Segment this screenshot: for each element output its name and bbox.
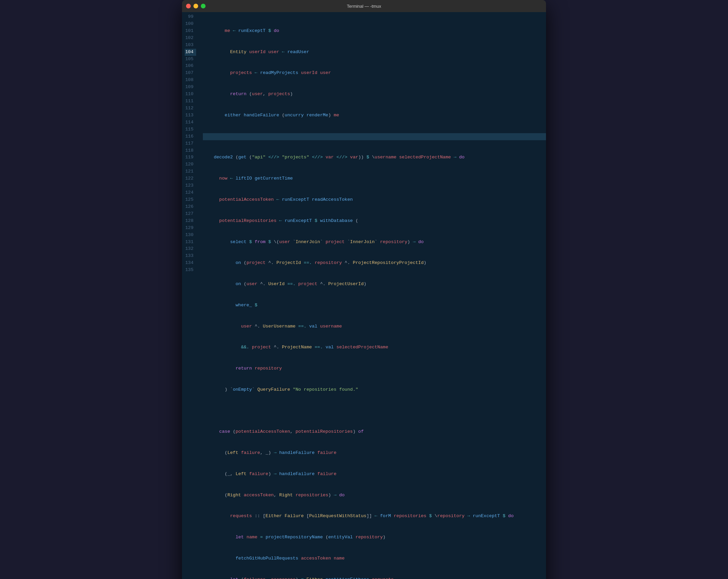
line-114: &&. project ^. ProjectName ==. val selec… — [203, 344, 546, 351]
line-num-102: 102 — [185, 35, 196, 42]
line-116: ) `onEmpty` QueryFailure "No repositorie… — [203, 386, 546, 393]
line-num-124: 124 — [185, 189, 196, 196]
line-num-110: 110 — [185, 91, 196, 98]
line-123: let name = projectRepositoryName (entity… — [203, 534, 546, 541]
line-num-119: 119 — [185, 154, 196, 161]
line-112: where_ $ — [203, 302, 546, 309]
line-num-131: 131 — [185, 239, 196, 246]
line-107: potentialAccessToken ← runExceptT readAc… — [203, 196, 546, 203]
close-button[interactable] — [186, 4, 191, 8]
line-num-105: 105 — [185, 56, 196, 63]
line-num-103: 103 — [185, 42, 196, 49]
window-title: Terminal — -tmux — [347, 4, 381, 9]
line-num-129: 129 — [185, 225, 196, 232]
editor-area[interactable]: 99 100 101 102 103 104 105 106 107 108 1… — [182, 12, 546, 579]
line-117 — [203, 408, 546, 415]
line-121: (Right accessToken, Right repositories) … — [203, 492, 546, 499]
line-103: either handleFailure (uncurry renderMe) … — [203, 112, 546, 119]
line-102: return (user, projects) — [203, 91, 546, 98]
line-119: (Left failure, _) → handleFailure failur… — [203, 449, 546, 457]
line-108: potentialRepositories ← runExceptT $ wit… — [203, 218, 546, 225]
line-num-117: 117 — [185, 140, 196, 147]
line-num-113: 113 — [185, 112, 196, 119]
line-num-108: 108 — [185, 77, 196, 84]
line-num-104: 104 — [185, 49, 196, 56]
line-num-127: 127 — [185, 211, 196, 218]
line-118: case (potentialAccessToken, potentialRep… — [203, 429, 546, 435]
line-num-123: 123 — [185, 182, 196, 189]
line-num-112: 112 — [185, 105, 196, 112]
maximize-button[interactable] — [201, 4, 206, 8]
line-105: decode2 (get ("api" <//> "projects" <//>… — [203, 154, 546, 161]
line-num-109: 109 — [185, 84, 196, 91]
line-num-120: 120 — [185, 161, 196, 168]
line-num-99: 99 — [185, 13, 196, 21]
line-122: requests :: [Either Failure [PullRequest… — [203, 513, 546, 520]
line-num-135: 135 — [185, 267, 196, 274]
line-num-100: 100 — [185, 21, 196, 28]
line-num-107: 107 — [185, 70, 196, 77]
line-num-133: 133 — [185, 252, 196, 259]
line-num-106: 106 — [185, 62, 196, 70]
line-num-125: 125 — [185, 196, 196, 203]
line-99: me ← runExceptT $ do — [203, 28, 546, 35]
line-num-122: 122 — [185, 175, 196, 182]
line-125: let (failures, responses) = Either.parti… — [203, 576, 546, 579]
terminal-window: Terminal — -tmux 99 100 101 102 103 104 … — [182, 0, 546, 579]
line-111: on (user ^. UserId ==. project ^. Projec… — [203, 281, 546, 288]
line-num-101: 101 — [185, 28, 196, 35]
line-115: return repository — [203, 365, 546, 372]
line-num-126: 126 — [185, 203, 196, 211]
code-lines: me ← runExceptT $ do Entity userId user … — [199, 12, 546, 579]
minimize-button[interactable] — [193, 4, 198, 8]
line-num-118: 118 — [185, 147, 196, 154]
line-num-121: 121 — [185, 168, 196, 175]
line-num-132: 132 — [185, 245, 196, 252]
line-num-128: 128 — [185, 218, 196, 225]
line-101: projects ← readMyProjects userId user — [203, 70, 546, 77]
line-100: Entity userId user ← readUser — [203, 49, 546, 56]
line-num-130: 130 — [185, 232, 196, 239]
line-num-116: 116 — [185, 133, 196, 140]
line-110: on (project ^. ProjectId ==. repository … — [203, 259, 546, 267]
line-num-134: 134 — [185, 259, 196, 267]
title-bar: Terminal — -tmux — [182, 0, 546, 12]
line-num-114: 114 — [185, 119, 196, 126]
window-controls — [186, 4, 206, 8]
line-106: now ← liftIO getCurrentTime — [203, 175, 546, 182]
line-num-115: 115 — [185, 126, 196, 133]
code-container: 99 100 101 102 103 104 105 106 107 108 1… — [182, 12, 546, 579]
line-113: user ^. UserUsername ==. val username — [203, 323, 546, 330]
line-num-111: 111 — [185, 98, 196, 105]
line-109: select $ from $ \(user `InnerJoin` proje… — [203, 239, 546, 246]
line-120: (_, Left failure) → handleFailure failur… — [203, 471, 546, 478]
line-104 — [203, 133, 546, 140]
line-124: fetchGitHubPullRequests accessToken name — [203, 555, 546, 562]
line-numbers: 99 100 101 102 103 104 105 106 107 108 1… — [182, 12, 199, 579]
